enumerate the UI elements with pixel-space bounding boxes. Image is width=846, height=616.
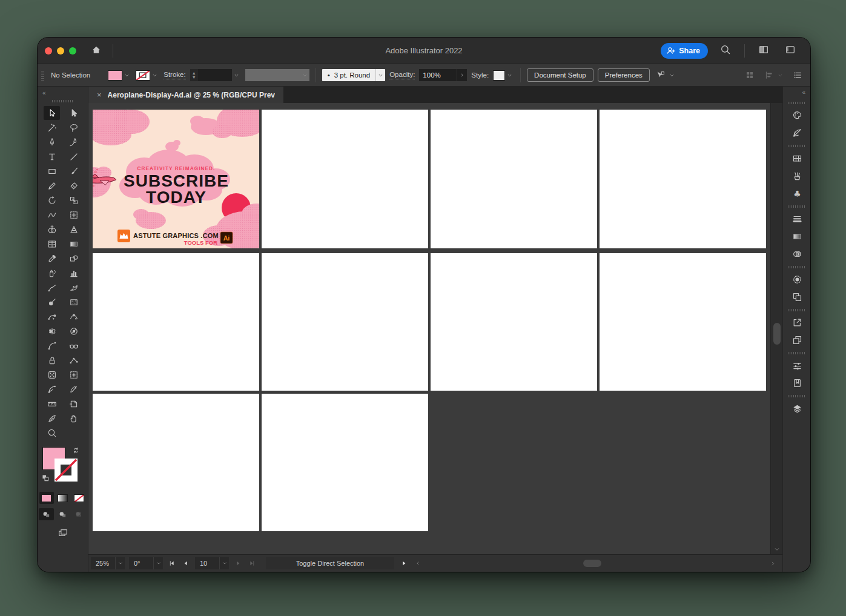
variable-width-profile-dropdown[interactable] <box>245 69 309 81</box>
horizontal-scrollbar-thumb[interactable] <box>583 560 601 567</box>
panel-group-grip[interactable] <box>788 395 806 397</box>
tool-gradient[interactable] <box>65 237 82 251</box>
tool-zoom[interactable] <box>44 426 60 440</box>
artboard-1[interactable]: CREATIVITY REIMAGINED. SUBSCRIBE TODAY A… <box>93 110 259 248</box>
stroke-weight-stepper[interactable]: ▲▼ <box>190 69 198 81</box>
tool-width-brush[interactable] <box>44 280 60 294</box>
stroke-none-chip[interactable] <box>136 70 150 81</box>
chevron-down-icon[interactable] <box>122 70 131 81</box>
chevron-down-icon[interactable] <box>505 70 514 81</box>
artboard-3[interactable] <box>431 110 597 248</box>
arrange-documents-icon[interactable] <box>743 68 756 82</box>
panel-stroke-button[interactable] <box>783 210 810 228</box>
chevron-down-icon[interactable] <box>153 557 163 569</box>
scroll-right-icon[interactable] <box>770 560 776 567</box>
panel-menu-icon[interactable] <box>791 68 804 82</box>
tool-scale[interactable] <box>65 193 82 207</box>
share-button[interactable]: Share <box>661 43 708 59</box>
tool-direct-selection[interactable] <box>65 106 82 120</box>
vertical-scrollbar[interactable] <box>770 103 782 554</box>
isolate-arrow-icon[interactable] <box>654 68 667 82</box>
panel-symbols-button[interactable]: ♣ <box>783 185 810 202</box>
fill-color-chip[interactable] <box>108 70 122 81</box>
tab-close-icon[interactable]: × <box>97 91 102 99</box>
artboard-5[interactable] <box>93 253 259 391</box>
tool-selection[interactable] <box>44 106 60 120</box>
draw-behind-button[interactable] <box>55 508 70 520</box>
workspace-switcher-button[interactable] <box>755 42 773 59</box>
brush-definition-dropdown[interactable]: • 3 pt. Round <box>322 69 386 81</box>
artboard-9[interactable] <box>93 394 259 531</box>
color-button[interactable] <box>39 492 54 504</box>
document-tab[interactable]: × Aeroplane-Display-Ad.ai @ 25 % (RGB/CP… <box>88 87 283 103</box>
tool-perspective-grid[interactable] <box>65 222 82 236</box>
tool-rotate[interactable] <box>44 193 60 207</box>
vertical-scrollbar-thumb[interactable] <box>773 323 781 345</box>
tool-free-transform[interactable] <box>65 208 82 222</box>
tool-line-segment[interactable] <box>65 150 82 164</box>
artboard-8[interactable] <box>600 253 766 391</box>
status-display-menu-icon[interactable] <box>398 558 409 569</box>
panel-export-button[interactable] <box>783 314 810 331</box>
maximize-window-button[interactable] <box>69 47 76 55</box>
tool-gauge-needle[interactable] <box>65 382 82 396</box>
panel-graphic-styles-button[interactable] <box>783 288 810 306</box>
style-chip[interactable] <box>493 70 505 81</box>
panel-artboards-button[interactable] <box>783 331 810 349</box>
document-setup-button[interactable]: Document Setup <box>527 68 593 82</box>
preferences-button[interactable]: Preferences <box>598 68 650 82</box>
tool-nodes[interactable] <box>65 353 82 367</box>
artboard-4[interactable] <box>600 110 766 248</box>
draw-normal-button[interactable] <box>39 508 54 520</box>
stroke-weight-field[interactable] <box>198 69 232 81</box>
stroke-swatch-none[interactable] <box>55 459 78 482</box>
panel-properties-button[interactable] <box>783 357 810 374</box>
chevron-down-icon[interactable] <box>776 70 785 81</box>
tool-dice[interactable] <box>44 368 60 382</box>
gradient-button[interactable] <box>56 492 70 504</box>
align-bars-icon[interactable] <box>762 68 776 82</box>
tool-symbol-sprayer[interactable] <box>44 266 60 280</box>
tool-bird-pen[interactable] <box>65 280 82 294</box>
align-control[interactable] <box>762 68 785 82</box>
chevron-down-icon[interactable] <box>150 70 159 81</box>
tool-shape-builder[interactable] <box>44 222 60 236</box>
style-control[interactable] <box>493 70 514 81</box>
chevron-left-icon[interactable] <box>414 559 422 568</box>
tool-eyedropper[interactable] <box>44 251 60 265</box>
tool-lasso[interactable] <box>65 121 82 134</box>
artboard-10[interactable] <box>262 394 428 531</box>
opacity-label[interactable]: Opacity: <box>389 71 415 79</box>
tool-knife[interactable] <box>44 411 60 425</box>
panel-color-guide-button[interactable] <box>783 124 810 142</box>
artboard-7[interactable] <box>431 253 597 391</box>
chevron-right-icon[interactable] <box>457 69 467 81</box>
artboard-6[interactable] <box>262 253 428 391</box>
tool-anchor-convert[interactable] <box>65 310 82 323</box>
tool-column-graph[interactable] <box>65 266 82 280</box>
tool-butterfly[interactable] <box>44 324 60 338</box>
tool-ruler[interactable] <box>44 397 60 411</box>
draw-inside-button[interactable] <box>71 508 87 520</box>
panel-appearance-button[interactable] <box>783 271 810 288</box>
tool-curvature[interactable] <box>65 135 82 149</box>
opacity-field[interactable]: 100% <box>419 69 457 81</box>
tool-artboard[interactable] <box>65 368 82 382</box>
status-display[interactable]: Toggle Direct Selection <box>266 557 394 569</box>
tools-panel-collapse[interactable]: « <box>38 87 88 100</box>
touch-workspace-button[interactable] <box>781 42 799 59</box>
tool-shaper[interactable] <box>44 208 60 222</box>
panel-transparency-button[interactable] <box>783 245 810 263</box>
panel-color-button[interactable] <box>783 107 810 124</box>
last-artboard-button[interactable] <box>247 558 257 568</box>
panel-gradient-button[interactable] <box>783 228 810 245</box>
panel-group-grip[interactable] <box>788 352 806 354</box>
previous-artboard-button[interactable] <box>181 558 191 568</box>
next-artboard-button[interactable] <box>233 558 243 568</box>
home-button[interactable] <box>87 42 105 59</box>
chevron-down-icon[interactable] <box>375 69 385 81</box>
chevron-down-icon[interactable] <box>115 557 125 569</box>
tools-panel-grip[interactable] <box>52 100 74 102</box>
panel-libraries-button[interactable] <box>783 374 810 392</box>
tool-glasses[interactable] <box>65 339 82 353</box>
